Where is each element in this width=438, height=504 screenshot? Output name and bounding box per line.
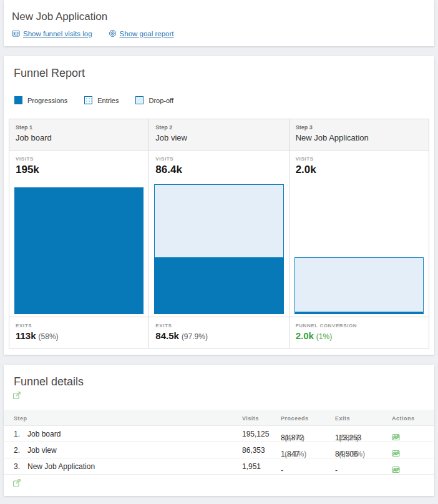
header-links: Show funnel visits log Show goal report [12, 29, 434, 37]
row-visits: 1,951 [242, 462, 261, 471]
funnel-step-2-column: Step 2 Job view Visits 86.4k Exits 84.5k… [148, 119, 288, 348]
legend-item-dropoff: Drop-off [135, 96, 173, 104]
funnel-steps-table: Step 1 Job board Visits 195k Exits 113k(… [9, 119, 429, 348]
funnel-report-title: Funnel Report [4, 56, 434, 80]
step-header: Step 3 New Job Application [290, 119, 429, 151]
column-header-step: Step [14, 415, 27, 422]
exits-value: 113k(58%) [16, 330, 142, 341]
visits-label: Visits [155, 156, 282, 162]
row-step-name: New Job Application [27, 462, 95, 471]
step-body: Visits 2.0k [290, 151, 429, 317]
exits-label: Exits [155, 323, 282, 329]
step-name: Job view [155, 133, 282, 142]
legend-label: Drop-off [148, 97, 173, 104]
table-row: 1. Job board 195,125 81,872(42%) 113,253… [4, 426, 434, 442]
row-step-name: Job view [27, 446, 57, 455]
show-goal-report-link[interactable]: Show goal report [109, 29, 174, 37]
legend-label: Progressions [27, 97, 67, 104]
entries-swatch-icon [84, 96, 92, 104]
step-name: New Job Application [296, 133, 422, 142]
funnel-bar [14, 187, 144, 314]
details-table-header: Step Visits Proceeds Exits Actions [4, 410, 434, 426]
progressions-swatch-icon [14, 96, 22, 104]
row-visits: 86,353 [242, 446, 265, 455]
step-name: Job board [16, 133, 142, 142]
legend-item-progressions: Progressions [14, 96, 67, 104]
funnel-bar [154, 184, 283, 314]
column-header-proceeds: Proceeds [281, 415, 309, 422]
funnel-conversion-value: 2.0k(1%) [296, 330, 422, 341]
step-footer: Exits 113k(58%) [9, 317, 148, 348]
report-header-card: New Job Application Show funnel visits l… [4, 0, 434, 46]
goal-icon [109, 29, 117, 37]
show-goal-report-label: Show goal report [120, 30, 174, 37]
exits-percent: (58%) [39, 332, 59, 341]
funnel-bar-segment-solid [14, 187, 144, 314]
row-evolution-icon[interactable] [392, 450, 399, 457]
step-number: Step 2 [155, 124, 282, 131]
funnel-bar-segment-light [294, 257, 424, 312]
visits-value: 195k [16, 164, 142, 176]
visits-label: Visits [16, 156, 142, 162]
visits-label: Visits [296, 156, 422, 162]
export-icon[interactable] [12, 391, 21, 402]
export-icon[interactable] [12, 478, 21, 490]
step-footer: Exits 84.5k(97.9%) [149, 317, 288, 348]
funnel-bar-segment-solid [294, 312, 424, 314]
funnel-details-title: Funnel details [4, 365, 434, 388]
row-number: 2. [14, 446, 20, 455]
exits-label: Exits [16, 323, 142, 329]
table-row: 2. Job view 86,353 1,847(2.1%) 84,506(97… [4, 442, 434, 458]
column-header-exits: Exits [335, 415, 350, 422]
row-evolution-icon[interactable] [392, 466, 399, 473]
step-body: Visits 86.4k [149, 151, 288, 317]
legend-item-entries: Entries [84, 96, 119, 104]
step-header: Step 1 Job board [9, 119, 148, 151]
visits-value: 86.4k [155, 164, 282, 176]
column-header-visits: Visits [242, 415, 259, 422]
funnel-conversion-percent: (1%) [316, 332, 332, 341]
page-title: New Job Application [4, 0, 434, 23]
funnel-bar-segment-solid [154, 258, 283, 314]
step-number: Step 1 [16, 124, 142, 131]
funnel-report-card: Funnel Report Progressions Entries Drop-… [4, 56, 434, 355]
funnel-bar [294, 257, 424, 314]
row-evolution-icon[interactable] [392, 433, 399, 441]
row-visits: 195,125 [242, 430, 269, 438]
legend-label: Entries [97, 97, 119, 104]
exits-value: 84.5k(97.9%) [155, 330, 282, 341]
funnel-details-card: Funnel details Step Visits Proceeds Exit… [4, 365, 434, 496]
table-row: 3. New Job Application 1,951 - - [4, 458, 434, 475]
dropoff-swatch-icon [135, 96, 144, 104]
funnel-step-1-column: Step 1 Job board Visits 195k Exits 113k(… [9, 119, 148, 348]
show-funnel-visits-log-link[interactable]: Show funnel visits log [12, 29, 92, 37]
step-number: Step 3 [296, 124, 422, 131]
funnel-legend: Progressions Entries Drop-off [14, 96, 434, 104]
step-body: Visits 195k [9, 151, 148, 317]
column-header-actions: Actions [392, 415, 415, 422]
funnel-conversion-label: Funnel conversion [296, 323, 422, 329]
funnel-step-3-column: Step 3 New Job Application Visits 2.0k F… [289, 119, 429, 348]
visits-value: 2.0k [296, 164, 422, 176]
step-footer: Funnel conversion 2.0k(1%) [290, 317, 429, 348]
show-funnel-visits-log-label: Show funnel visits log [23, 30, 92, 37]
funnel-bar-segment-light [154, 184, 283, 258]
step-header: Step 2 Job view [149, 119, 288, 151]
visits-log-icon [12, 29, 20, 37]
row-number: 3. [14, 462, 20, 471]
row-step-name: Job board [27, 430, 61, 438]
row-number: 1. [14, 430, 20, 438]
exits-percent: (97.9%) [182, 332, 208, 341]
